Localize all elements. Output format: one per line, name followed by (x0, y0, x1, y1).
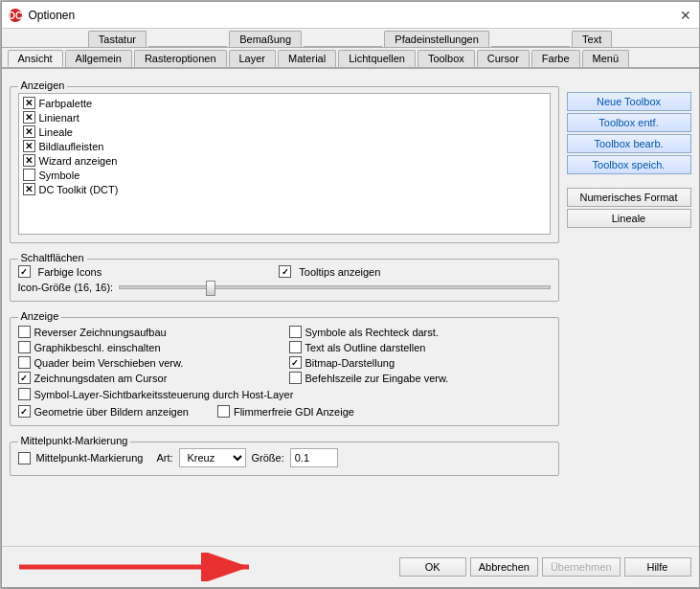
anzeige-grid: Reverser Zeichnungsaufbau Symbole als Re… (18, 324, 551, 384)
cb-text-outline[interactable]: Text als Outline darstellen (289, 341, 551, 353)
farbige-icons-label: Farbige Icons (38, 266, 102, 278)
list-item[interactable]: ✕ Linienart (21, 110, 548, 125)
cb-geometry[interactable]: ✓ Geometrie über Bildern anzeigen (18, 405, 189, 418)
checkbox-bildlaufleisten[interactable]: ✕ (23, 140, 35, 152)
list-item-label: Lineale (39, 126, 73, 138)
uebernehmen-button[interactable]: Übernehmen (542, 557, 621, 577)
list-item[interactable]: ✕ Farbpalette (21, 96, 548, 110)
anzeigen-listbox[interactable]: ✕ Farbpalette ✕ Linienart ✕ Lineale ✕ Bi… (18, 93, 551, 235)
toolbox-speich-button[interactable]: Toolbox speich. (567, 155, 691, 174)
list-item-label: Symbole (39, 170, 80, 181)
checkbox-reverser[interactable] (18, 326, 31, 338)
tab-layer[interactable]: Layer (229, 50, 277, 67)
checkbox-farbige-icons[interactable]: ✓ (18, 265, 31, 278)
geometry-label: Geometrie über Bildern anzeigen (34, 406, 189, 418)
checkbox-bitmap[interactable]: ✓ (289, 356, 302, 369)
mittelpunkt-group: Mittelpunkt-Markierung Mittelpunkt-Marki… (10, 442, 559, 476)
tab-farbe[interactable]: Farbe (531, 50, 580, 67)
list-item[interactable]: ✕ Wizard anzeigen (21, 153, 548, 168)
tab-text[interactable]: Text (572, 31, 612, 47)
tab-cursor[interactable]: Cursor (477, 50, 530, 67)
tab-allgemein[interactable]: Allgemein (65, 50, 132, 67)
checkbox-linienart[interactable]: ✕ (23, 111, 35, 124)
cb-graphik[interactable]: Graphikbeschl. einschalten (18, 341, 280, 353)
checkbox-symbole[interactable] (23, 169, 35, 181)
bottom-bar: OK Abbrechen Übernehmen Hilfe (2, 546, 699, 587)
zeichnungsdaten-label: Zeichnungsdaten am Cursor (34, 373, 168, 384)
tab-toolbox[interactable]: Toolbox (418, 50, 475, 67)
tooltips-label: Tooltips anzeigen (299, 266, 380, 278)
slider-thumb[interactable] (206, 281, 215, 296)
cb-reverser[interactable]: Reverser Zeichnungsaufbau (18, 326, 280, 338)
hilfe-button[interactable]: Hilfe (624, 557, 691, 577)
checkbox-farbpalette[interactable]: ✕ (23, 97, 35, 109)
list-item[interactable]: ✕ Bildlaufleisten (21, 139, 548, 153)
checkbox-tooltips[interactable]: ✓ (279, 265, 291, 278)
tab-ansicht[interactable]: Ansicht (8, 50, 63, 67)
list-item[interactable]: Symbole (21, 168, 548, 182)
checkbox-zeichnungsdaten[interactable]: ✓ (18, 372, 31, 384)
list-item-label: Wizard anzeigen (39, 155, 118, 167)
checkbox-geometry[interactable]: ✓ (18, 405, 31, 418)
checkbox-dct[interactable]: ✕ (23, 183, 35, 195)
checkbox-symbol-layer[interactable] (18, 388, 31, 400)
cb-bitmap[interactable]: ✓ Bitmap-Darstellung (289, 356, 551, 369)
arrow-icon (10, 553, 278, 581)
groesse-label: Größe: (252, 452, 284, 464)
app-icon: DC (8, 8, 23, 23)
reverser-label: Reverser Zeichnungsaufbau (34, 327, 167, 338)
art-select[interactable]: Kreuz (179, 448, 246, 467)
title-bar: DC Optionen ✕ (2, 2, 699, 29)
checkbox-mittelpunkt[interactable] (18, 452, 31, 464)
toolbox-buttons: Neue Toolbox Toolbox entf. Toolbox bearb… (567, 92, 691, 176)
list-item[interactable]: ✕ DC Toolkit (DCT) (21, 182, 548, 196)
tab-menue[interactable]: Menü (582, 50, 630, 67)
checkbox-lineale[interactable]: ✕ (23, 125, 35, 138)
extra-buttons: Numerisches Format Lineale (567, 188, 691, 230)
icon-size-slider[interactable] (119, 285, 550, 289)
icon-size-row: Icon-Größe (16, 16): (18, 282, 551, 293)
title-bar-left: DC Optionen (8, 8, 76, 23)
checkbox-wizard[interactable]: ✕ (23, 154, 35, 167)
cb-symbol-layer[interactable]: Symbol-Layer-Sichtbarkeitssteuerung durc… (18, 388, 551, 400)
toolbox-bearb-button[interactable]: Toolbox bearb. (567, 134, 691, 153)
cb-symbole-rechteck[interactable]: Symbole als Rechteck darst. (289, 326, 551, 338)
svg-text:DC: DC (8, 11, 21, 21)
options-window: DC Optionen ✕ Tastatur Bemaßung Pfadeins… (1, 1, 700, 588)
checkbox-graphik[interactable] (18, 341, 31, 353)
close-button[interactable]: ✕ (678, 8, 693, 23)
checkbox-befehlszeile[interactable] (289, 372, 302, 384)
neue-toolbox-button[interactable]: Neue Toolbox (567, 92, 691, 111)
lineale-button[interactable]: Lineale (567, 209, 691, 228)
list-item-label: Bildlaufleisten (39, 141, 104, 152)
numerisches-format-button[interactable]: Numerisches Format (567, 188, 691, 207)
ok-button[interactable]: OK (399, 557, 466, 577)
cb-flimmer[interactable]: Flimmerfreie GDI Anzeige (217, 405, 354, 418)
abbrechen-button[interactable]: Abbrechen (470, 557, 538, 577)
tab-material[interactable]: Material (278, 50, 336, 67)
checkbox-symbole-rechteck[interactable] (289, 326, 302, 338)
tab-tastatur[interactable]: Tastatur (88, 31, 147, 47)
geometry-flimmer-row: ✓ Geometrie über Bildern anzeigen Flimme… (18, 405, 551, 418)
checkbox-text-outline[interactable] (289, 341, 302, 353)
tab-rasteroptionen[interactable]: Rasteroptionen (134, 50, 227, 67)
cb-quader[interactable]: Quader beim Verschieben verw. (18, 356, 280, 369)
groesse-input[interactable] (290, 448, 338, 467)
cb-zeichnungsdaten[interactable]: ✓ Zeichnungsdaten am Cursor (18, 372, 280, 384)
icons-tooltips-row: ✓ Farbige Icons ✓ Tooltips anzeigen (18, 265, 551, 278)
list-item[interactable]: ✕ Lineale (21, 125, 548, 139)
checkbox-quader[interactable] (18, 356, 31, 369)
toolbox-entf-button[interactable]: Toolbox entf. (567, 113, 691, 132)
tab-lichtquellen[interactable]: Lichtquellen (338, 50, 416, 67)
checkbox-flimmer[interactable] (217, 405, 230, 418)
arrow-container (10, 553, 395, 581)
cb-befehlszeile[interactable]: Befehlszeile zur Eingabe verw. (289, 372, 551, 384)
mittelpunkt-label: Mittelpunkt-Markierung (18, 435, 131, 446)
graphik-label: Graphikbeschl. einschalten (34, 342, 161, 353)
flimmer-label: Flimmerfreie GDI Anzeige (234, 406, 354, 418)
anzeigen-group: Anzeigen ✕ Farbpalette ✕ Linienart ✕ Lin… (10, 86, 559, 243)
tab-pfadeinstellungen[interactable]: Pfadeinstellungen (384, 31, 488, 47)
tab-bemasssung[interactable]: Bemaßung (229, 31, 302, 47)
main-content: Anzeigen ✕ Farbpalette ✕ Linienart ✕ Lin… (2, 69, 699, 546)
list-item-label: Farbpalette (39, 98, 93, 109)
